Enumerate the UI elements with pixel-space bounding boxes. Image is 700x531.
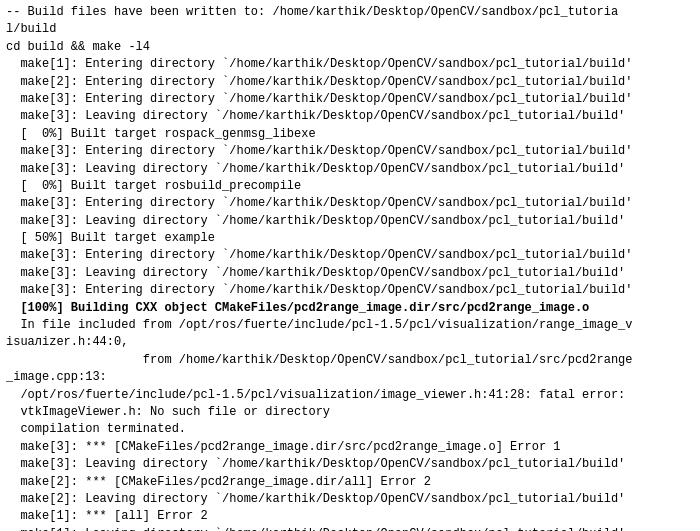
terminal-line: make[3]: Entering directory `/home/karth… (6, 91, 694, 108)
terminal-line: make[3]: Entering directory `/home/karth… (6, 282, 694, 299)
terminal-line: make[3]: Entering directory `/home/karth… (6, 195, 694, 212)
terminal-output: -- Build files have been written to: /ho… (0, 0, 700, 531)
terminal-line: make[2]: Leaving directory `/home/karthi… (6, 491, 694, 508)
terminal-line: /opt/ros/fuerte/include/pcl-1.5/pcl/visu… (6, 387, 694, 404)
terminal-line: make[3]: Leaving directory `/home/karthi… (6, 456, 694, 473)
terminal-line: make[3]: Entering directory `/home/karth… (6, 247, 694, 264)
terminal-line: [100%] Building CXX object CMakeFiles/pc… (6, 300, 694, 317)
terminal-line: vtkImageViewer.h: No such file or direct… (6, 404, 694, 421)
terminal-line: make[3]: *** [CMakeFiles/pcd2range_image… (6, 439, 694, 456)
terminal-line: [ 0%] Built target rosbuild_precompile (6, 178, 694, 195)
terminal-line: make[1]: *** [all] Error 2 (6, 508, 694, 525)
terminal-line: make[3]: Leaving directory `/home/karthi… (6, 265, 694, 282)
terminal-line: make[2]: *** [CMakeFiles/pcd2range_image… (6, 474, 694, 491)
terminal-line: -- Build files have been written to: /ho… (6, 4, 694, 21)
terminal-line: make[3]: Leaving directory `/home/karthi… (6, 213, 694, 230)
terminal-line: make[1]: Leaving directory `/home/karthi… (6, 526, 694, 531)
terminal-line: isuалizer.h:44:0, (6, 334, 694, 351)
terminal-line: l/build (6, 21, 694, 38)
terminal-line: [ 50%] Built target example (6, 230, 694, 247)
terminal-line: cd build && make -l4 (6, 39, 694, 56)
terminal-line: make[3]: Leaving directory `/home/karthi… (6, 161, 694, 178)
terminal-line: [ 0%] Built target rospack_genmsg_libexe (6, 126, 694, 143)
terminal-line: In file included from /opt/ros/fuerte/in… (6, 317, 694, 334)
terminal-line: _image.cpp:13: (6, 369, 694, 386)
terminal-line: make[2]: Entering directory `/home/karth… (6, 74, 694, 91)
terminal-line: from /home/karthik/Desktop/OpenCV/sandbo… (6, 352, 694, 369)
terminal-line: make[1]: Entering directory `/home/karth… (6, 56, 694, 73)
terminal-line: make[3]: Leaving directory `/home/karthi… (6, 108, 694, 125)
terminal-line: compilation terminated. (6, 421, 694, 438)
terminal-line: make[3]: Entering directory `/home/karth… (6, 143, 694, 160)
